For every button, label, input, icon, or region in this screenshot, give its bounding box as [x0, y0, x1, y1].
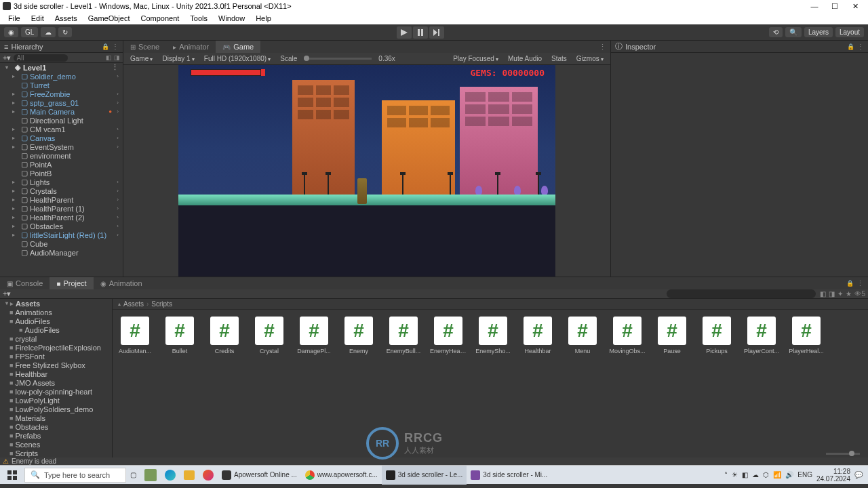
hierarchy-item[interactable]: ▸▢sptp_grass_01› [0, 98, 123, 107]
tray-icon-4[interactable]: ⬡ [763, 471, 769, 479]
menu-edit[interactable]: Edit [26, 14, 50, 22]
folder-item[interactable]: ■Scripts [0, 449, 112, 458]
inspector-menu-icon[interactable]: ⋮ [857, 43, 864, 50]
menu-file[interactable]: File [3, 14, 26, 22]
menu-component[interactable]: Component [135, 14, 184, 22]
assets-root[interactable]: ▾ ▸ Assets [0, 299, 112, 308]
folder-item[interactable]: ■LowPolySoldiers_demo [0, 405, 112, 413]
tray-icon-3[interactable]: ☁ [752, 471, 759, 479]
folder-item[interactable]: ■Healthbar [0, 369, 112, 378]
folder-item[interactable]: ■Animations [0, 308, 112, 317]
folder-item[interactable]: ■Obstacles [0, 422, 112, 431]
gl-dropdown[interactable]: GL [21, 27, 38, 37]
hierarchy-item[interactable]: ▸▢Crystals› [0, 186, 123, 195]
task-apowersoft[interactable]: Apowersoft Online ... [218, 466, 301, 485]
center-menu-icon[interactable]: ⋮ [599, 43, 606, 52]
asset-item[interactable]: #Menu [567, 317, 598, 354]
hierarchy-item[interactable]: ▸▢Canvas› [0, 134, 123, 142]
asset-item[interactable]: #AudioMan... [119, 317, 151, 354]
task-chrome[interactable]: www.apowersoft.c... [301, 466, 382, 485]
clock[interactable]: 11:28 24.07.2024 [816, 468, 850, 483]
inspector-lock-icon[interactable]: 🔒 [847, 43, 854, 50]
stats-toggle[interactable]: Stats [549, 55, 570, 62]
filter-icon-4[interactable]: ★ [846, 290, 852, 298]
task-vs[interactable]: 3d side scroller - Mi... [467, 466, 551, 485]
pause-button[interactable] [413, 26, 428, 39]
scene-root[interactable]: ▾ ◈ Level1 ⋮ [0, 63, 123, 72]
add-button[interactable]: +▾ [3, 54, 11, 62]
asset-item[interactable]: #Pause [656, 317, 688, 354]
search-icon[interactable]: 🔍 [785, 27, 802, 37]
hierarchy-filter2-icon[interactable]: ◨ [114, 54, 120, 61]
menu-help[interactable]: Help [250, 14, 277, 22]
folder-item[interactable]: ■low-poly-spinning-heart [0, 387, 112, 396]
filter-icon-2[interactable]: ◨ [829, 290, 835, 298]
menu-window[interactable]: Window [213, 14, 250, 22]
hierarchy-item[interactable]: ▸▢HealthParent (2)› [0, 213, 123, 222]
hierarchy-filter-icon[interactable]: ◧ [106, 54, 112, 61]
folder-item[interactable]: ■JMO Assets [0, 378, 112, 387]
display-dropdown[interactable]: Display 1 [159, 55, 197, 62]
asset-item[interactable]: #PlayerCont... [746, 317, 777, 354]
hierarchy-item[interactable]: ▸▢Main Camera●› [0, 107, 123, 116]
game-dropdown[interactable]: Game [127, 55, 155, 62]
folder-item[interactable]: ■Materials [0, 413, 112, 422]
folder-item[interactable]: ■AudioFiles [0, 325, 112, 334]
hierarchy-item[interactable]: ▸▢FreeZombie› [0, 89, 123, 98]
hierarchy-item[interactable]: ▢AudioManager [0, 248, 123, 257]
task-view-button[interactable]: ▢ [126, 466, 140, 485]
tray-wifi-icon[interactable]: 📶 [773, 471, 781, 479]
hierarchy-item[interactable]: ▢PointB [0, 169, 123, 178]
asset-item[interactable]: #Bullet [164, 317, 195, 354]
bottom-menu-icon[interactable]: ⋮ [856, 279, 864, 288]
asset-item[interactable]: #Credits [209, 317, 240, 354]
folder-item[interactable]: ■LowPolyLight [0, 396, 112, 405]
folder-item[interactable]: ■Prefabs [0, 431, 112, 440]
folder-item[interactable]: ■FPSFont [0, 352, 112, 361]
project-add-button[interactable]: +▾ [3, 289, 11, 298]
layout-dropdown[interactable]: Layout [835, 27, 864, 37]
tray-volume-icon[interactable]: 🔊 [785, 471, 793, 479]
asset-item[interactable]: #Enemy [343, 317, 374, 354]
asset-item[interactable]: #Healthbar [522, 317, 553, 354]
folder-item[interactable]: ■AudioFiles [0, 317, 112, 325]
scene-menu-icon[interactable]: ⋮ [111, 63, 119, 72]
pinned-app-1[interactable] [140, 466, 161, 485]
asset-item[interactable]: #EnemyHeal... [433, 317, 464, 354]
asset-item[interactable]: #DamagePl... [298, 317, 330, 354]
tab-console[interactable]: ▣Console [0, 277, 50, 289]
pinned-firefox[interactable] [199, 466, 218, 485]
asset-item[interactable]: #Pickups [701, 317, 732, 354]
undo-history-icon[interactable]: ⟲ [769, 27, 783, 37]
tab-scene[interactable]: ⊞Scene [123, 41, 166, 53]
tab-game[interactable]: 🎮Game [216, 41, 260, 53]
hierarchy-item[interactable]: ▢environment [0, 151, 123, 160]
breadcrumb-assets[interactable]: Assets [123, 300, 144, 308]
start-button[interactable] [0, 466, 24, 485]
tray-icon-2[interactable]: ◧ [742, 471, 748, 479]
asset-item[interactable]: #Crystal [254, 317, 285, 354]
project-search[interactable] [667, 289, 816, 298]
hierarchy-item[interactable]: ▢Directional Light [0, 116, 123, 125]
hierarchy-item[interactable]: ▸▢EventSystem› [0, 142, 123, 151]
gizmos-dropdown[interactable]: Gizmos [574, 55, 606, 62]
hierarchy-item[interactable]: ▢PointA [0, 160, 123, 169]
layers-dropdown[interactable]: Layers [804, 27, 833, 37]
minimize-button[interactable]: — [804, 2, 825, 10]
menu-gameobject[interactable]: GameObject [83, 14, 136, 22]
asset-item[interactable]: #EnemyBull... [388, 317, 419, 354]
history-button[interactable]: ↻ [58, 27, 72, 37]
play-button[interactable] [397, 26, 412, 39]
folder-item[interactable]: ■Free Stylized Skybox [0, 361, 112, 369]
hierarchy-item[interactable]: ▢Cube [0, 239, 123, 248]
asset-item[interactable]: #MovingObs... [612, 317, 643, 354]
taskbar-search[interactable]: 🔍 Type here to search [24, 468, 126, 483]
account-button[interactable]: ◉ [4, 27, 18, 37]
cloud-button[interactable]: ☁ [41, 27, 56, 37]
scale-slider[interactable] [304, 58, 372, 60]
mute-audio-toggle[interactable]: Mute Audio [505, 55, 545, 62]
filter-icon-1[interactable]: ◧ [820, 290, 826, 298]
notifications-icon[interactable]: 💬 [854, 471, 863, 479]
tray-lang[interactable]: ENG [797, 471, 812, 479]
tab-animator[interactable]: ▸Animator [166, 41, 216, 53]
